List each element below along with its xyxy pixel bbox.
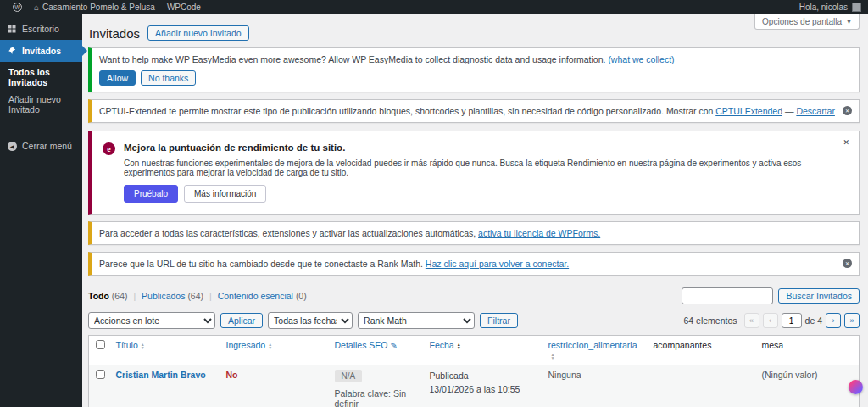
wpcode-label: WPCode bbox=[167, 3, 201, 12]
add-new-invitado-button[interactable]: Añadir nuevo Invitado bbox=[147, 25, 249, 41]
notice-text: Para acceder a todas las características… bbox=[99, 228, 478, 238]
account-greeting[interactable]: Hola, nicolas bbox=[799, 3, 848, 12]
separator: | bbox=[133, 291, 136, 301]
seo-keyword: Palabra clave: Sin definir bbox=[335, 388, 420, 407]
ingresado-value: No bbox=[226, 370, 238, 380]
what-we-collect-link[interactable]: (what we collect) bbox=[608, 54, 674, 64]
elementor-logo-icon: e bbox=[103, 142, 115, 155]
view-contenido-esencial-count: (0) bbox=[296, 291, 307, 301]
next-page-button[interactable]: › bbox=[826, 313, 841, 328]
first-page-button: « bbox=[744, 313, 760, 328]
separator: | bbox=[209, 291, 212, 301]
seo-score-badge: N/A bbox=[335, 370, 363, 382]
pruebalo-button[interactable]: Pruébalo bbox=[124, 185, 178, 203]
wpcode-menu[interactable]: WPCode bbox=[161, 0, 207, 14]
cptui-extended-link[interactable]: CPTUI Extended bbox=[715, 106, 782, 116]
search-invitados-button[interactable]: Buscar Invitados bbox=[778, 288, 860, 304]
view-filters: Todo (64) | Publicados (64) | Contenido … bbox=[88, 291, 307, 301]
notice-title: Mejora la puntuación de rendimiento de t… bbox=[124, 142, 833, 153]
wordpress-logo-icon: W bbox=[13, 3, 22, 12]
column-header-acompanantes: acompanantes bbox=[648, 336, 757, 365]
notice-elementor-performance: e Mejora la puntuación de rendimiento de… bbox=[88, 131, 860, 215]
sidebar-item-escritorio[interactable]: Escritorio bbox=[0, 18, 82, 40]
sidebar-item-invitados[interactable]: Invitados bbox=[0, 40, 82, 62]
filter-button[interactable]: Filtrar bbox=[480, 313, 518, 328]
view-todo-count: (64) bbox=[112, 291, 128, 301]
current-page-input[interactable] bbox=[782, 313, 802, 328]
main-content: Opciones de pantalla ▼ Invitados Añadir … bbox=[82, 14, 868, 407]
prev-page-button: ‹ bbox=[763, 313, 778, 328]
wpforms-license-link[interactable]: activa tu licencia de WPForms. bbox=[478, 228, 600, 238]
collapse-icon: ◀ bbox=[7, 142, 17, 151]
notice-rankmath: Parece que la URL de tu sitio ha cambiad… bbox=[88, 252, 860, 276]
notice-text: Con nuestras funciones experimentales de… bbox=[124, 159, 833, 177]
view-todo[interactable]: Todo bbox=[88, 291, 109, 301]
admin-bar: W ⌂ Casamiento Pomelo & Pelusa WPCode Ho… bbox=[0, 0, 868, 14]
sort-icon: ▲▼ bbox=[551, 353, 555, 360]
bulk-actions-select[interactable]: Acciones en lote bbox=[88, 312, 215, 329]
items-count: 64 elementos bbox=[684, 315, 737, 326]
collapse-menu-button[interactable]: ◀ Cerrar menú bbox=[0, 135, 82, 157]
dismiss-icon[interactable]: ✕ bbox=[843, 106, 852, 115]
invitados-table: Título▲▼ Ingresado▲▼ Detalles SEO✎ Fecha… bbox=[88, 335, 860, 407]
descartar-link[interactable]: Descartar bbox=[796, 106, 835, 116]
no-thanks-button[interactable]: No thanks bbox=[141, 70, 196, 86]
rankmath-reconnect-link[interactable]: Haz clic aquí para volver a conectar. bbox=[426, 259, 569, 269]
publish-status: Publicada bbox=[430, 370, 538, 383]
screen-options-button[interactable]: Opciones de pantalla ▼ bbox=[754, 14, 860, 30]
column-header-titulo[interactable]: Título▲▼ bbox=[111, 336, 221, 365]
screen-options-label: Opciones de pantalla bbox=[762, 17, 842, 26]
assistant-bubble[interactable] bbox=[849, 380, 863, 394]
seo-filter-select[interactable]: Rank Math bbox=[358, 312, 475, 329]
site-name: Casamiento Pomelo & Pelusa bbox=[42, 3, 155, 12]
view-publicados[interactable]: Publicados bbox=[142, 291, 185, 301]
notice-separator: — bbox=[782, 106, 796, 116]
restriccion-value: Ninguna bbox=[548, 370, 581, 380]
page-title: Invitados bbox=[89, 26, 140, 41]
collapse-label: Cerrar menú bbox=[22, 141, 72, 151]
dates-filter-select[interactable]: Todas las fechas bbox=[268, 312, 353, 329]
sort-icon: ▲▼ bbox=[268, 343, 272, 349]
allow-button[interactable]: Allow bbox=[99, 70, 136, 86]
sidebar-item-anadir-nuevo-invitado[interactable]: Añadir nuevo Invitado bbox=[0, 91, 82, 118]
apply-button[interactable]: Aplicar bbox=[220, 313, 263, 328]
column-header-fecha[interactable]: Fecha▲▼ bbox=[425, 336, 543, 365]
notice-text: Parece que la URL de tu sitio ha cambiad… bbox=[99, 259, 426, 269]
admin-menu: Escritorio Invitados Todos los Invitados… bbox=[0, 14, 82, 407]
column-header-mesa: mesa bbox=[757, 336, 860, 365]
last-page-button[interactable]: » bbox=[844, 313, 860, 328]
mesa-value: (Ningún valor) bbox=[762, 370, 818, 380]
sidebar-item-label: Invitados bbox=[22, 46, 61, 56]
avatar[interactable] bbox=[852, 3, 861, 12]
view-contenido-esencial[interactable]: Contenido esencial bbox=[218, 291, 293, 301]
row-checkbox[interactable] bbox=[96, 370, 105, 379]
sort-icon: ▲▼ bbox=[457, 343, 461, 349]
mas-informacion-button[interactable]: Más información bbox=[184, 185, 266, 203]
chevron-down-icon: ▼ bbox=[846, 19, 852, 25]
wp-logo-menu[interactable]: W bbox=[7, 0, 28, 14]
notice-easymedia: Want to help make WP EasyMedia even more… bbox=[88, 47, 860, 92]
select-all-checkbox[interactable] bbox=[96, 340, 105, 349]
search-input[interactable] bbox=[682, 287, 773, 304]
total-pages-label: de 4 bbox=[805, 315, 822, 326]
row-title-link[interactable]: Cristian Martin Bravo bbox=[116, 370, 206, 380]
column-header-ingresado[interactable]: Ingresado▲▼ bbox=[221, 336, 330, 365]
invitados-submenu: Todos los Invitados Añadir nuevo Invitad… bbox=[0, 62, 82, 123]
sidebar-item-label: Escritorio bbox=[22, 24, 59, 34]
column-header-restriccion-alimentaria[interactable]: restriccion_alimentaria▲▼ bbox=[543, 336, 648, 365]
column-header-detalles-seo[interactable]: Detalles SEO✎ bbox=[330, 336, 425, 365]
notice-text: Want to help make WP EasyMedia even more… bbox=[99, 54, 608, 64]
table-row: Cristian Martin Bravo No N/A Palabra cla… bbox=[89, 365, 860, 407]
sidebar-item-todos-los-invitados[interactable]: Todos los Invitados bbox=[0, 64, 82, 91]
sort-icon: ▲▼ bbox=[141, 343, 145, 349]
publish-date: 13/01/2026 a las 10:55 bbox=[430, 383, 538, 397]
notice-wpforms: Para acceder a todas las características… bbox=[88, 221, 860, 245]
dashboard-icon bbox=[7, 25, 17, 33]
pencil-icon: ✎ bbox=[391, 341, 398, 350]
home-icon: ⌂ bbox=[34, 3, 39, 12]
site-name-menu[interactable]: ⌂ Casamiento Pomelo & Pelusa bbox=[28, 0, 161, 14]
notice-cptui: CPTUI-Extended te permite mostrar este t… bbox=[88, 99, 860, 123]
pushpin-icon bbox=[7, 47, 17, 55]
dismiss-icon[interactable]: ✕ bbox=[843, 259, 852, 268]
close-icon[interactable]: ✕ bbox=[843, 138, 849, 147]
